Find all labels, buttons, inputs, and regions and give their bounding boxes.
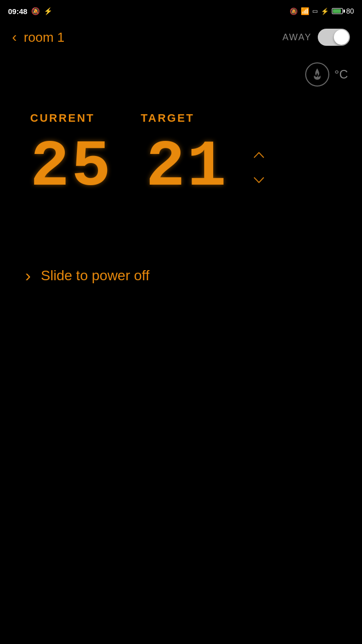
target-label: TARGET: [141, 112, 195, 125]
room-title: room 1: [24, 30, 64, 45]
toggle-track: [318, 29, 350, 46]
temp-display-row: 25 21: [30, 135, 332, 200]
temp-controls: [246, 147, 272, 188]
chevron-down-icon: [253, 173, 264, 187]
header: ‹ room 1 AWAY: [0, 22, 362, 52]
current-temperature: 25: [30, 135, 146, 200]
wifi-icon: 📶: [301, 7, 309, 15]
status-bar: 09:48 🔕 ⚡ 🔕 📶 ▭ ⚡ 80: [0, 0, 362, 22]
toggle-thumb: [334, 30, 349, 45]
usb-icon: ⚡: [44, 7, 52, 15]
target-temperature: 21: [146, 135, 236, 200]
chevron-up-icon: [253, 148, 264, 162]
battery-icon: [332, 8, 343, 14]
mode-icons-row: °C: [0, 52, 362, 97]
battery-percent: 80: [346, 7, 354, 15]
slide-arrow-icon: ›: [25, 266, 31, 285]
back-arrow-icon: ‹: [12, 30, 17, 44]
flame-mode-button[interactable]: [305, 62, 329, 87]
status-right: 🔕 📶 ▭ ⚡ 80: [290, 7, 354, 15]
current-label: CURRENT: [30, 112, 141, 125]
status-time: 09:48: [8, 7, 27, 16]
status-left: 09:48 🔕 ⚡: [8, 7, 52, 16]
slide-to-power-off-text: Slide to power off: [41, 268, 149, 284]
celsius-label: °C: [334, 67, 348, 82]
temp-up-button[interactable]: [246, 147, 272, 163]
notification-icon: 🔕: [31, 7, 40, 15]
back-button[interactable]: ‹ room 1: [12, 30, 64, 45]
power-off-container[interactable]: › Slide to power off: [0, 251, 362, 300]
charging-icon: ⚡: [321, 8, 329, 15]
away-toggle[interactable]: [318, 29, 350, 46]
away-label: AWAY: [283, 32, 312, 43]
temp-down-button[interactable]: [246, 173, 272, 188]
simcard-icon: ▭: [312, 8, 318, 15]
flame-icon: [311, 67, 324, 82]
silent-icon: 🔕: [290, 8, 298, 15]
away-container: AWAY: [283, 29, 350, 46]
temperature-section: CURRENT TARGET 25 21: [0, 112, 362, 200]
temp-labels-row: CURRENT TARGET: [30, 112, 332, 125]
